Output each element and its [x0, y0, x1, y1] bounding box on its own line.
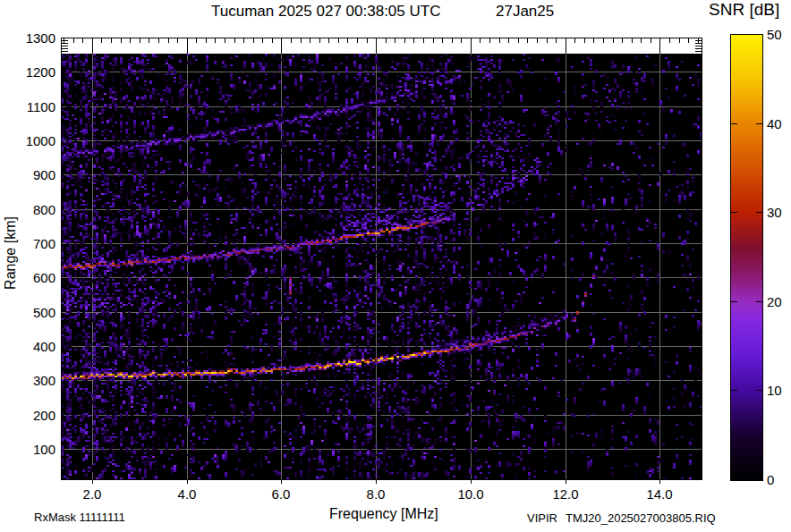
x-tick-label: 12.0: [543, 486, 588, 502]
colorbar-tick-label: 20: [767, 294, 791, 309]
x-tick-label: 14.0: [637, 486, 682, 502]
y-tick-label: 200: [9, 408, 55, 423]
data-file-label: VIPIRTMJ20_2025027003805.RIQ: [527, 511, 716, 525]
colorbar-canvas: [730, 34, 763, 481]
y-tick-label: 400: [9, 339, 55, 354]
colorbar-tick-label: 0: [767, 472, 791, 487]
y-tick-label: 100: [9, 442, 55, 457]
y-tick-label: 1100: [9, 99, 55, 114]
ionogram-screenshot: Tucuman 2025 027 00:38:05 UTC 27Jan25 SN…: [0, 0, 791, 532]
x-tick-label: 4.0: [165, 486, 209, 502]
y-tick-label: 600: [9, 270, 55, 285]
colorbar-tick-label: 40: [767, 116, 791, 131]
y-tick-label: 300: [9, 373, 55, 388]
y-tick-label: 1000: [9, 133, 55, 148]
rx-mask-label: RxMask 11111111: [34, 511, 125, 524]
y-tick-label: 500: [9, 305, 55, 320]
x-tick-label: 10.0: [448, 486, 493, 502]
filename: TMJ20_2025027003805.RIQ: [566, 511, 716, 525]
instrument-name: VIPIR: [527, 511, 557, 525]
x-tick-label: 2.0: [70, 486, 115, 502]
y-tick-label: 700: [9, 236, 55, 251]
y-tick-label: 1200: [9, 64, 55, 80]
plot-date: 27Jan25: [496, 3, 554, 21]
colorbar-tick-label: 10: [767, 383, 791, 398]
colorbar-tick-label: 50: [767, 27, 791, 42]
colorbar-tick-label: 30: [767, 205, 791, 220]
x-tick-label: 6.0: [259, 486, 303, 502]
y-tick-label: 1300: [9, 30, 55, 46]
ionogram-plot-canvas: [61, 38, 702, 485]
x-tick-label: 8.0: [353, 486, 398, 502]
y-tick-label: 900: [9, 167, 55, 182]
y-tick-label: 800: [9, 202, 55, 217]
x-axis-label: Frequency [MHz]: [329, 506, 438, 522]
plot-title: Tucuman 2025 027 00:38:05 UTC: [211, 3, 440, 21]
colorbar-title: SNR [dB]: [709, 0, 779, 20]
